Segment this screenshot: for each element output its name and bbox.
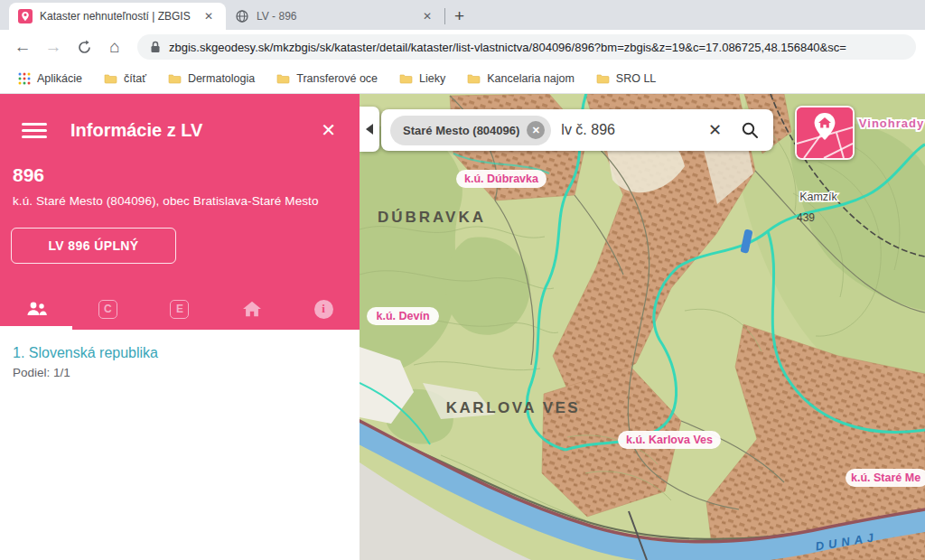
reload-button[interactable] (70, 33, 98, 61)
bookmark-label: SRO LL (616, 72, 656, 85)
lv-subtitle: k.ú. Staré Mesto (804096), obec Bratisla… (0, 194, 360, 208)
panel-collapse-button[interactable] (360, 107, 379, 152)
forward-button[interactable]: → (40, 33, 67, 61)
address-bar[interactable]: zbgis.skgeodesy.sk/mkzbgis/sk/kataster/d… (137, 34, 916, 60)
tab-info[interactable]: i (287, 288, 360, 330)
search-input[interactable]: lv č. 896 (561, 122, 693, 138)
tab-title: LV - 896 (257, 10, 412, 23)
home-button[interactable]: ⌂ (101, 33, 128, 61)
info-icon: i (314, 300, 333, 319)
label-ku-dubravka: k.ú. Dúbravka (464, 173, 539, 185)
owner-link[interactable]: 1. Slovenská republika (13, 345, 347, 361)
chevron-left-icon (366, 124, 373, 135)
bookmark-folder-transferove[interactable]: Transferové oce (269, 69, 385, 89)
lv-full-button[interactable]: LV 896 ÚPLNÝ (11, 228, 176, 264)
lv-info-panel: Informácie z LV ✕ 896 k.ú. Staré Mesto (… (0, 94, 360, 560)
bookmark-label: čítať (124, 72, 146, 85)
tab-buildings[interactable] (216, 288, 288, 330)
bookmark-label: Dermatologia (188, 72, 255, 85)
new-tab-button[interactable]: + (445, 6, 473, 26)
map-search-bar[interactable]: Staré Mesto (804096) ✕ lv č. 896 ✕ (381, 109, 773, 151)
lv-number: 896 (0, 164, 360, 186)
reload-icon (77, 40, 92, 55)
bookmark-label: Transferové oce (296, 72, 378, 85)
folder-icon (104, 73, 117, 84)
search-clear-icon[interactable]: ✕ (703, 120, 727, 140)
back-button[interactable]: ← (9, 33, 36, 61)
label-kamzik: Kamzík (799, 191, 837, 203)
parcel-c-icon: C (98, 300, 117, 319)
folder-icon (596, 73, 610, 84)
search-filter-chip[interactable]: Staré Mesto (804096) ✕ (390, 116, 551, 145)
tab-owners[interactable] (0, 288, 72, 330)
tab-parcels-c[interactable]: C (72, 288, 145, 330)
tab-lv-896[interactable]: LV - 896 ✕ (226, 3, 444, 30)
bookmark-label: Aplikácie (37, 72, 82, 85)
owner-share: Podiel: 1/1 (13, 366, 347, 379)
bookmark-folder-lieky[interactable]: Lieky (392, 69, 453, 89)
label-ku-stare-mesto: k.ú. Staré Me (851, 471, 920, 484)
bookmark-folder-sro[interactable]: SRO LL (589, 69, 663, 89)
tab-close-icon[interactable]: ✕ (201, 8, 217, 24)
close-icon[interactable]: ✕ (315, 117, 341, 143)
globe-icon (235, 9, 249, 23)
zbgis-pin-favicon (18, 9, 33, 23)
home-icon (242, 300, 262, 318)
lock-icon (150, 41, 161, 53)
search-icon (741, 121, 759, 139)
panel-title: Informácie z LV (70, 120, 315, 141)
basemap-switcher-button[interactable] (795, 106, 855, 160)
label-kamzik-elevation: 439 (797, 211, 815, 224)
bookmarks-bar: Aplikácie čítať Dermatologia Transferové… (0, 64, 925, 94)
basemap-thumbnail-icon (797, 107, 853, 158)
label-karlova-ves: KARLOVA VES (446, 399, 580, 416)
chip-label: Staré Mesto (804096) (403, 124, 519, 137)
menu-icon[interactable] (22, 123, 47, 138)
bookmark-label: Kancelaria najom (487, 72, 575, 85)
url-text: zbgis.skgeodesy.sk/mkzbgis/sk/kataster/d… (169, 41, 846, 54)
label-vinohrady: Vinohrady (859, 117, 924, 130)
bookmark-folder-dermatologia[interactable]: Dermatologia (161, 69, 262, 89)
browser-tab-strip: Kataster nehnuteľností | ZBGIS ✕ LV - 89… (0, 0, 925, 30)
folder-icon (399, 73, 413, 84)
folder-icon (467, 73, 481, 84)
chip-remove-icon[interactable]: ✕ (527, 121, 545, 139)
label-ku-devin: k.ú. Devín (376, 310, 429, 322)
map-canvas[interactable]: k.ú. Dúbravka DÚBRAVKA Kamzík 439 Vinohr… (360, 94, 925, 560)
folder-icon (168, 73, 182, 84)
label-dubravka: DÚBRAVKA (378, 209, 486, 226)
search-button[interactable] (737, 121, 762, 139)
lv-section-tabs: C E i (0, 288, 360, 330)
people-icon (24, 300, 48, 318)
bookmark-label: Lieky (419, 72, 445, 85)
bookmark-folder-citat[interactable]: čítať (97, 69, 154, 89)
browser-toolbar: ← → ⌂ zbgis.skgeodesy.sk/mkzbgis/sk/kata… (0, 30, 925, 64)
bookmark-apps[interactable]: Aplikácie (11, 69, 89, 89)
tab-kataster[interactable]: Kataster nehnuteľností | ZBGIS ✕ (9, 3, 226, 30)
map-container: k.ú. Dúbravka DÚBRAVKA Kamzík 439 Vinohr… (360, 94, 925, 560)
folder-icon (276, 73, 290, 84)
tab-parcels-e[interactable]: E (144, 288, 216, 330)
apps-grid-icon (18, 72, 31, 85)
tab-title: Kataster nehnuteľností | ZBGIS (40, 10, 193, 23)
parcel-e-icon: E (170, 300, 189, 319)
bookmark-folder-kancelaria[interactable]: Kancelaria najom (460, 69, 582, 89)
label-ku-karlova-ves: k.ú. Karlova Ves (626, 434, 713, 446)
tab-close-icon[interactable]: ✕ (419, 8, 435, 24)
